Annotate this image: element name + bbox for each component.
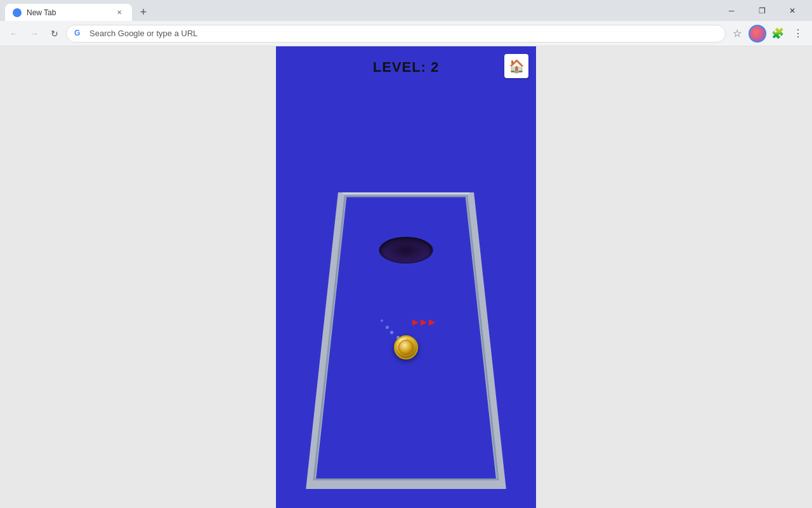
direction-arrows [412,319,435,326]
maximize-button[interactable]: ❐ [747,0,776,21]
tab-title: New Tab [27,8,109,17]
new-tab-button[interactable]: + [134,3,152,21]
coin-inner [398,340,414,355]
page-content: LEVEL: 2 🏠 [0,46,812,508]
tab-favicon [13,8,22,17]
profile-avatar [749,25,766,43]
minimize-button[interactable]: ─ [717,0,746,21]
level-display: LEVEL: 2 [373,59,440,76]
back-button[interactable]: ← [5,25,23,43]
extensions-button[interactable]: 🧩 [769,25,787,43]
forward-button[interactable]: → [25,25,43,43]
arrow-3 [429,319,435,326]
chrome-menu-button[interactable]: ⋮ [789,25,807,43]
arrow-2 [421,319,427,326]
home-button[interactable]: 🏠 [504,54,528,78]
window-controls: ─ ❐ ✕ [717,0,807,21]
toolbar-right: ☆ 🧩 ⋮ [728,25,807,43]
address-text: Search Google or type a URL [89,29,198,38]
game-puck[interactable] [394,335,418,359]
browser-toolbar: ← → ↻ G Search Google or type a URL ☆ 🧩 … [0,21,812,46]
cornhole-hole [379,237,433,264]
game-container[interactable]: LEVEL: 2 🏠 [276,46,536,508]
close-button[interactable]: ✕ [778,0,807,21]
home-icon: 🏠 [509,58,525,74]
active-tab[interactable]: New Tab ✕ [5,4,132,21]
tab-strip: New Tab ✕ + [5,0,152,21]
address-bar[interactable]: G Search Google or type a URL [66,25,726,43]
bookmark-button[interactable]: ☆ [728,25,746,43]
tab-close-button[interactable]: ✕ [114,8,124,18]
arrow-1 [412,319,419,326]
profile-button[interactable] [749,25,766,43]
google-icon: G [74,29,84,39]
title-bar: New Tab ✕ + ─ ❐ ✕ [0,0,812,21]
reload-button[interactable]: ↻ [46,25,63,43]
